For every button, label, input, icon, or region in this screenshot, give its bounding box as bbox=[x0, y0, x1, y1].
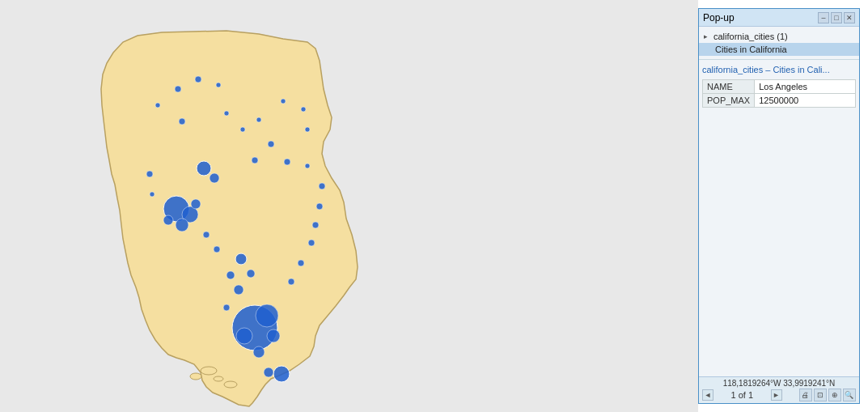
popup-titlebar: Pop-up – □ ✕ bbox=[699, 9, 859, 27]
svg-point-1 bbox=[190, 373, 201, 380]
tree-collapse-icon: ▸ bbox=[704, 32, 712, 40]
svg-point-32 bbox=[301, 107, 306, 112]
svg-point-36 bbox=[284, 159, 290, 165]
popup-navigation: ◄ 1 of 1 ► 🖨 ⊡ ⊕ 🔍 bbox=[702, 389, 856, 401]
minimize-button[interactable]: – bbox=[818, 12, 829, 23]
popup-title: Pop-up bbox=[703, 12, 735, 23]
svg-point-35 bbox=[252, 157, 258, 164]
tree-item-cities-california[interactable]: Cities in California bbox=[699, 43, 859, 56]
svg-point-15 bbox=[191, 199, 201, 209]
page-info: 1 of 1 bbox=[730, 390, 753, 400]
svg-point-33 bbox=[305, 127, 310, 132]
detail-link[interactable]: california_cities – Cities in Cali... bbox=[702, 65, 856, 74]
svg-point-6 bbox=[236, 328, 252, 344]
svg-point-22 bbox=[223, 304, 230, 311]
svg-point-13 bbox=[176, 219, 188, 231]
svg-point-27 bbox=[179, 118, 185, 125]
detail-table: NAME Los Angeles POP_MAX 12500000 bbox=[702, 79, 856, 108]
popup-panel: Pop-up – □ ✕ ▸ california_cities (1) Cit… bbox=[698, 8, 860, 404]
svg-point-37 bbox=[305, 164, 310, 168]
svg-point-14 bbox=[163, 215, 173, 225]
close-button[interactable]: ✕ bbox=[844, 12, 855, 23]
map-area[interactable] bbox=[0, 0, 698, 412]
svg-point-7 bbox=[267, 329, 280, 342]
svg-point-23 bbox=[175, 86, 181, 92]
svg-point-34 bbox=[268, 141, 274, 147]
nav-next-button[interactable]: ► bbox=[771, 389, 782, 401]
detail-section: california_cities – Cities in Cali... NA… bbox=[699, 60, 859, 376]
svg-point-47 bbox=[150, 192, 155, 197]
svg-point-46 bbox=[146, 171, 153, 177]
popup-footer: 118,1819264°W 33,9919241°N ◄ 1 of 1 ► 🖨 … bbox=[699, 376, 859, 403]
svg-point-2 bbox=[214, 376, 223, 381]
svg-point-30 bbox=[256, 117, 261, 122]
svg-point-39 bbox=[316, 203, 323, 210]
svg-point-31 bbox=[281, 99, 286, 104]
tree-group-label: california_cities (1) bbox=[713, 32, 788, 41]
svg-point-8 bbox=[253, 346, 265, 358]
tree-group-header[interactable]: ▸ california_cities (1) bbox=[699, 30, 859, 43]
svg-point-5 bbox=[256, 304, 278, 327]
svg-point-18 bbox=[235, 253, 247, 265]
svg-point-19 bbox=[227, 271, 235, 279]
svg-point-43 bbox=[288, 278, 294, 285]
refresh-button[interactable]: ⊕ bbox=[828, 389, 841, 401]
svg-point-21 bbox=[234, 285, 243, 295]
popup-body: ▸ california_cities (1) Cities in Califo… bbox=[699, 27, 859, 376]
search-button[interactable]: 🔍 bbox=[843, 389, 856, 401]
svg-point-10 bbox=[264, 367, 273, 377]
svg-point-40 bbox=[312, 222, 319, 228]
svg-point-38 bbox=[319, 183, 325, 189]
table-row: POP_MAX 12500000 bbox=[703, 94, 856, 108]
svg-point-25 bbox=[216, 83, 221, 87]
table-row: NAME Los Angeles bbox=[703, 80, 856, 94]
restore-button[interactable]: □ bbox=[831, 12, 842, 23]
nav-prev-button[interactable]: ◄ bbox=[702, 389, 713, 401]
table-cell-key-popmax: POP_MAX bbox=[703, 94, 755, 108]
print-button[interactable]: 🖨 bbox=[799, 389, 812, 401]
svg-point-26 bbox=[155, 103, 160, 108]
svg-point-41 bbox=[308, 240, 315, 246]
svg-point-24 bbox=[195, 76, 201, 83]
svg-point-16 bbox=[197, 161, 211, 176]
svg-point-0 bbox=[201, 367, 217, 375]
coordinates-display: 118,1819264°W 33,9919241°N bbox=[702, 379, 856, 388]
popup-action-icons: 🖨 ⊡ ⊕ 🔍 bbox=[799, 389, 856, 401]
svg-point-44 bbox=[203, 231, 210, 238]
tree-section: ▸ california_cities (1) Cities in Califo… bbox=[699, 27, 859, 60]
svg-point-9 bbox=[273, 366, 290, 382]
page-info-text: 1 of 1 bbox=[730, 390, 753, 400]
export-button[interactable]: ⊡ bbox=[814, 389, 827, 401]
svg-point-28 bbox=[224, 111, 229, 116]
svg-point-29 bbox=[240, 127, 245, 132]
table-cell-value-name: Los Angeles bbox=[755, 80, 856, 94]
popup-titlebar-controls: – □ ✕ bbox=[818, 12, 855, 23]
svg-point-45 bbox=[214, 246, 220, 253]
tree-item-label: Cities in California bbox=[715, 45, 787, 54]
svg-point-20 bbox=[247, 270, 255, 278]
svg-point-3 bbox=[224, 381, 237, 388]
table-cell-value-popmax: 12500000 bbox=[755, 94, 856, 108]
svg-point-42 bbox=[298, 260, 304, 266]
svg-point-17 bbox=[210, 173, 219, 183]
california-map bbox=[65, 24, 413, 412]
table-cell-key-name: NAME bbox=[703, 80, 755, 94]
